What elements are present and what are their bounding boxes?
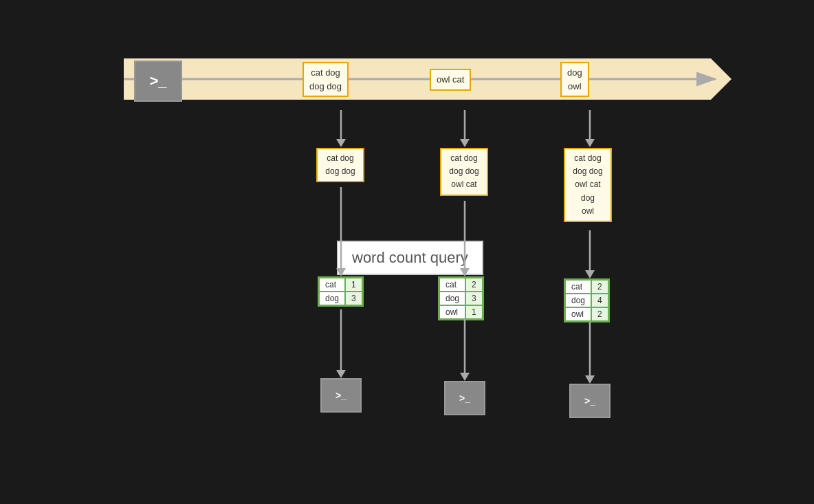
- col1-counts-box: cat 1 dog 3: [318, 276, 364, 307]
- col3-word-1: cat: [565, 280, 591, 294]
- col2-input-line1: cat dog: [448, 152, 480, 165]
- col2-input-line3: owl cat: [448, 178, 480, 191]
- col2-arrow-mid: [458, 201, 472, 276]
- col3-input-box: cat dog dog dog owl cat dog owl: [564, 148, 612, 222]
- col2-word-1: cat: [439, 278, 465, 292]
- col2-input-line2: dog dog: [448, 165, 480, 178]
- svg-marker-11: [460, 268, 470, 276]
- svg-marker-17: [585, 270, 595, 278]
- col2-word-3: owl: [439, 305, 465, 319]
- col1-arrow-mid: [334, 187, 348, 276]
- timeline-chunk-3: dog owl: [560, 62, 589, 97]
- col3-word-3: owl: [565, 307, 591, 321]
- chunk3-line1: dog: [567, 66, 582, 80]
- col1-count-row-1: cat 1: [319, 278, 362, 292]
- col3-num-1: 2: [591, 280, 608, 294]
- col3-counts-box: cat 2 dog 4 owl 2: [564, 278, 610, 322]
- col3-input-line2: dog dog: [572, 165, 604, 178]
- timeline-chunk-2: owl cat: [430, 69, 471, 91]
- chunk2-line1: owl cat: [437, 73, 464, 87]
- chunk1-line1: cat dog: [309, 66, 342, 80]
- col2-count-row-1: cat 2: [439, 278, 483, 292]
- col3-input-line3: owl cat: [572, 178, 604, 191]
- col2-terminal-symbol: >_: [459, 393, 470, 404]
- col2-count-row-3: owl 1: [439, 305, 483, 319]
- col1-count-row-2: dog 3: [319, 292, 362, 305]
- col2-counts-box: cat 2 dog 3 owl 1: [438, 276, 484, 320]
- col3-arrow-mid: [583, 230, 597, 278]
- col1-arrow-bot: [334, 309, 348, 378]
- col3-num-3: 2: [591, 307, 608, 321]
- col1-input-box: cat dog dog dog: [316, 148, 364, 182]
- col3-arrow-top: [583, 110, 597, 148]
- col2-arrow-bot: [458, 319, 472, 381]
- svg-marker-5: [336, 268, 346, 276]
- svg-marker-15: [585, 139, 595, 147]
- terminal-symbol: >_: [149, 72, 166, 90]
- col2-word-2: dog: [439, 292, 465, 305]
- col1-terminal-symbol: >_: [336, 390, 346, 401]
- svg-marker-19: [585, 375, 595, 384]
- col3-terminal-symbol: >_: [584, 395, 595, 406]
- col3-input-line4: dog: [572, 192, 604, 205]
- col1-word-1: cat: [319, 278, 345, 292]
- col2-num-2: 3: [465, 292, 483, 305]
- svg-marker-13: [460, 373, 470, 381]
- svg-marker-3: [336, 139, 346, 147]
- col3-arrow-bot: [583, 322, 597, 384]
- col3-terminal-bottom: >_: [569, 384, 610, 418]
- col1-input-line1: cat dog: [324, 152, 356, 165]
- col3-input-line5: owl: [572, 205, 604, 218]
- col2-terminal-bottom: >_: [444, 381, 485, 415]
- col1-num-1: 1: [345, 278, 362, 292]
- timeline-arrow: [124, 58, 729, 100]
- col2-arrow-top: [458, 110, 472, 148]
- col2-count-row-2: dog 3: [439, 292, 483, 305]
- col1-terminal-bottom: >_: [320, 378, 362, 413]
- chunk1-line2: dog dog: [309, 80, 342, 94]
- col3-input-line1: cat dog: [572, 152, 604, 165]
- col1-input-line2: dog dog: [324, 165, 356, 178]
- col1-word-2: dog: [319, 292, 345, 305]
- svg-marker-7: [336, 370, 346, 378]
- col3-count-row-3: owl 2: [565, 307, 608, 321]
- col3-word-2: dog: [565, 294, 591, 307]
- col3-num-2: 4: [591, 294, 608, 307]
- col2-num-3: 1: [465, 305, 483, 319]
- col1-arrow-top: [334, 110, 348, 148]
- col3-count-row-1: cat 2: [565, 280, 608, 294]
- col1-num-2: 3: [345, 292, 362, 305]
- col2-num-1: 2: [465, 278, 483, 292]
- col3-count-row-2: dog 4: [565, 294, 608, 307]
- col2-input-box: cat dog dog dog owl cat: [440, 148, 488, 196]
- chunk3-line2: owl: [567, 80, 582, 94]
- terminal-icon: >_: [134, 61, 182, 102]
- svg-marker-9: [460, 139, 470, 147]
- timeline-chunk-1: cat dog dog dog: [302, 62, 349, 97]
